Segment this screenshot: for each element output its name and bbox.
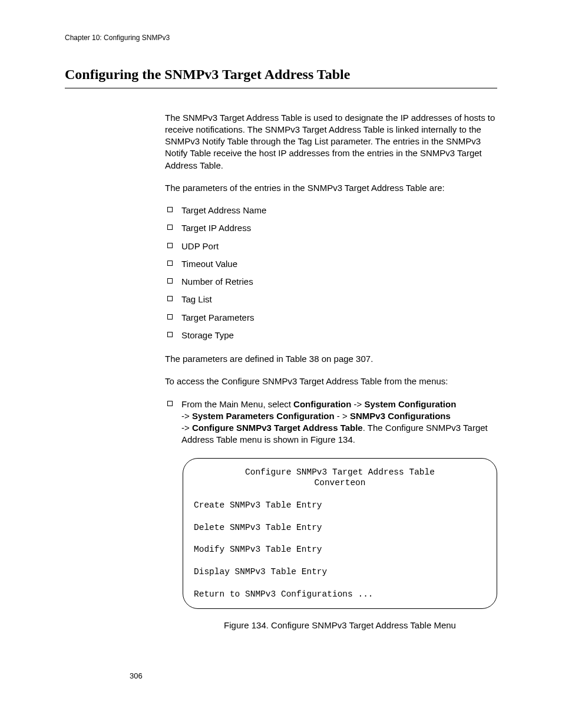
chapter-header: Chapter 10: Configuring SNMPv3 bbox=[65, 33, 497, 42]
nav-steps: From the Main Menu, select Configuration… bbox=[165, 398, 497, 446]
title-rule bbox=[65, 88, 497, 88]
page-number: 306 bbox=[130, 671, 143, 681]
menu-item: Display SNMPv3 Table Entry bbox=[194, 567, 327, 577]
menu-title: Configure SNMPv3 Target Address Table bbox=[194, 467, 486, 478]
nav-bold: SNMPv3 Configurations bbox=[350, 411, 451, 421]
params-intro: The parameters of the entries in the SNM… bbox=[165, 182, 497, 194]
body-content: The SNMPv3 Target Address Table is used … bbox=[165, 112, 497, 631]
nav-text: From the Main Menu, select bbox=[181, 399, 293, 409]
list-item: Target Parameters bbox=[165, 312, 497, 324]
figure-caption: Figure 134. Configure SNMPv3 Target Addr… bbox=[183, 620, 497, 631]
nav-line: -> System Parameters Configuration - > S… bbox=[181, 410, 497, 422]
list-item: Tag List bbox=[165, 294, 497, 305]
list-item: Timeout Value bbox=[165, 258, 497, 270]
list-item: Number of Retries bbox=[165, 276, 497, 288]
list-item: Target IP Address bbox=[165, 222, 497, 234]
menu-item: Return to SNMPv3 Configurations ... bbox=[194, 589, 373, 599]
menu-item: Modify SNMPv3 Table Entry bbox=[194, 545, 322, 554]
menu-item: Create SNMPv3 Table Entry bbox=[194, 500, 322, 510]
list-item: Storage Type bbox=[165, 330, 497, 341]
section-title: Configuring the SNMPv3 Target Address Ta… bbox=[65, 65, 497, 84]
nav-text: - > bbox=[335, 411, 350, 421]
terminal-menu-box: Configure SNMPv3 Target Address TableCon… bbox=[183, 458, 497, 609]
params-defined: The parameters are defined in Table 38 o… bbox=[165, 353, 497, 365]
nav-line: -> Configure SNMPv3 Target Address Table… bbox=[181, 422, 497, 446]
nav-bold: Configure SNMPv3 Target Address Table bbox=[192, 423, 363, 433]
nav-bold: Configuration bbox=[293, 399, 351, 409]
list-item: UDP Port bbox=[165, 241, 497, 252]
list-item: Target Address Name bbox=[165, 205, 497, 216]
nav-text: -> bbox=[181, 411, 192, 421]
menu-subtitle: Converteon bbox=[194, 477, 486, 489]
parameter-list: Target Address Name Target IP Address UD… bbox=[165, 205, 497, 341]
nav-step: From the Main Menu, select Configuration… bbox=[165, 398, 497, 446]
nav-bold: System Parameters Configuration bbox=[192, 411, 335, 421]
nav-bold: System Configuration bbox=[365, 399, 457, 409]
access-line: To access the Configure SNMPv3 Target Ad… bbox=[165, 375, 497, 387]
menu-item: Delete SNMPv3 Table Entry bbox=[194, 523, 322, 532]
nav-text: -> bbox=[181, 423, 192, 433]
nav-text: -> bbox=[351, 399, 364, 409]
intro-paragraph: The SNMPv3 Target Address Table is used … bbox=[165, 112, 497, 172]
